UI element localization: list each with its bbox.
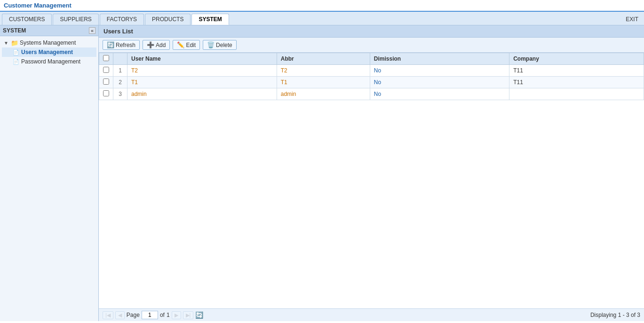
row-checkbox-0[interactable] xyxy=(103,67,109,73)
display-info: Displaying 1 - 3 of 3 xyxy=(590,312,640,318)
users-table: User Name Abbr Dimission Company 1T2T2No… xyxy=(99,53,644,100)
nav-tabs-container: CUSTOMERS SUPPLIERS FACTORYS PRODUCTS SY… xyxy=(2,14,229,25)
total-pages: 1 xyxy=(167,312,170,318)
row-company xyxy=(509,88,644,100)
app-title: Customer Management xyxy=(0,0,644,12)
refresh-label: Refresh xyxy=(116,42,135,48)
first-page-button[interactable]: |◀ xyxy=(103,311,113,319)
sidebar-item-users-label: Users Management xyxy=(21,49,73,55)
doc-icon-password xyxy=(12,58,20,65)
page-number-input[interactable] xyxy=(142,311,158,319)
tab-system[interactable]: SYSTEM xyxy=(191,14,229,25)
row-num: 3 xyxy=(113,88,127,100)
table-row: 3adminadminNo xyxy=(99,88,644,100)
sidebar-item-users-management[interactable]: Users Management xyxy=(2,47,96,57)
col-header-num xyxy=(113,53,127,65)
table-body: 1T2T2NoT112T1T1NoT113adminadminNo xyxy=(99,65,644,100)
exit-button[interactable]: EXIT xyxy=(622,14,642,24)
main-content: SYSTEM « ▼ Systems Management Users Mana… xyxy=(0,25,644,321)
row-abbr: admin xyxy=(277,88,370,100)
tree-root-label: Systems Management xyxy=(20,39,76,46)
row-checkbox-cell xyxy=(99,88,113,100)
table-header-row: User Name Abbr Dimission Company xyxy=(99,53,644,65)
refresh-icon: 🔄 xyxy=(107,41,114,48)
row-checkbox-1[interactable] xyxy=(103,79,109,85)
sidebar-item-password-management[interactable]: Password Management xyxy=(2,57,96,66)
sidebar-collapse-button[interactable]: « xyxy=(89,27,95,34)
add-label: Add xyxy=(156,42,166,48)
row-company: T11 xyxy=(509,65,644,77)
row-dimission: No xyxy=(370,65,509,77)
edit-button[interactable]: ✏️ Edit xyxy=(173,40,200,50)
row-checkbox-cell xyxy=(99,77,113,88)
col-header-dimission: Dimission xyxy=(370,53,509,65)
edit-icon: ✏️ xyxy=(177,41,184,48)
content-panel: Users List 🔄 Refresh ➕ Add ✏️ Edit 🗑️ De… xyxy=(99,25,644,321)
row-username[interactable]: T2 xyxy=(127,65,277,77)
row-dimission: No xyxy=(370,88,509,100)
doc-icon-users xyxy=(12,48,20,56)
col-header-abbr: Abbr xyxy=(277,53,370,65)
add-button[interactable]: ➕ Add xyxy=(143,40,170,50)
tab-products[interactable]: PRODUCTS xyxy=(145,14,191,25)
sidebar-title: SYSTEM xyxy=(3,27,26,34)
row-num: 2 xyxy=(113,77,127,88)
delete-button[interactable]: 🗑️ Delete xyxy=(203,40,237,50)
sidebar-item-password-label: Password Management xyxy=(21,58,80,65)
prev-page-button[interactable]: ◀ xyxy=(115,311,125,319)
sidebar: SYSTEM « ▼ Systems Management Users Mana… xyxy=(0,25,99,321)
row-checkbox-2[interactable] xyxy=(103,90,109,96)
tab-factorys[interactable]: FACTORYS xyxy=(100,14,144,25)
refresh-button[interactable]: 🔄 Refresh xyxy=(103,40,140,50)
delete-icon: 🗑️ xyxy=(207,41,215,48)
col-header-username: User Name xyxy=(127,53,277,65)
col-header-company: Company xyxy=(509,53,644,65)
sidebar-header: SYSTEM « xyxy=(0,25,98,36)
table-row: 1T2T2NoT11 xyxy=(99,65,644,77)
row-abbr: T2 xyxy=(277,65,370,77)
next-page-button[interactable]: ▶ xyxy=(172,311,181,319)
nav-tabs: CUSTOMERS SUPPLIERS FACTORYS PRODUCTS SY… xyxy=(0,12,644,25)
select-all-checkbox[interactable] xyxy=(103,55,109,61)
row-abbr: T1 xyxy=(277,77,370,88)
last-page-button[interactable]: ▶| xyxy=(183,311,194,319)
tab-customers[interactable]: CUSTOMERS xyxy=(2,14,52,25)
col-header-checkbox xyxy=(99,53,113,65)
content-header: Users List xyxy=(99,25,644,38)
delete-label: Delete xyxy=(216,42,232,48)
page-label: Page xyxy=(127,312,140,318)
row-checkbox-cell xyxy=(99,65,113,77)
expand-icon[interactable]: ▼ xyxy=(4,40,8,46)
pagination: |◀ ◀ Page of 1 ▶ ▶| 🔄 Displaying 1 - 3 o… xyxy=(99,308,644,321)
table-row: 2T1T1NoT11 xyxy=(99,77,644,88)
of-label: of xyxy=(160,312,165,318)
pagination-controls: |◀ ◀ Page of 1 ▶ ▶| 🔄 xyxy=(103,311,203,319)
folder-icon xyxy=(11,39,18,47)
toolbar: 🔄 Refresh ➕ Add ✏️ Edit 🗑️ Delete xyxy=(99,38,644,53)
add-icon: ➕ xyxy=(147,41,154,48)
sidebar-tree: ▼ Systems Management Users Management Pa… xyxy=(0,36,98,68)
row-num: 1 xyxy=(113,65,127,77)
table-container: User Name Abbr Dimission Company 1T2T2No… xyxy=(99,53,644,308)
row-username[interactable]: admin xyxy=(127,88,277,100)
edit-label: Edit xyxy=(186,42,196,48)
row-company: T11 xyxy=(509,77,644,88)
row-username[interactable]: T1 xyxy=(127,77,277,88)
tree-item-root[interactable]: ▼ Systems Management xyxy=(2,38,96,47)
pagination-refresh-icon[interactable]: 🔄 xyxy=(195,311,203,319)
tab-suppliers[interactable]: SUPPLIERS xyxy=(53,14,98,25)
row-dimission: No xyxy=(370,77,509,88)
